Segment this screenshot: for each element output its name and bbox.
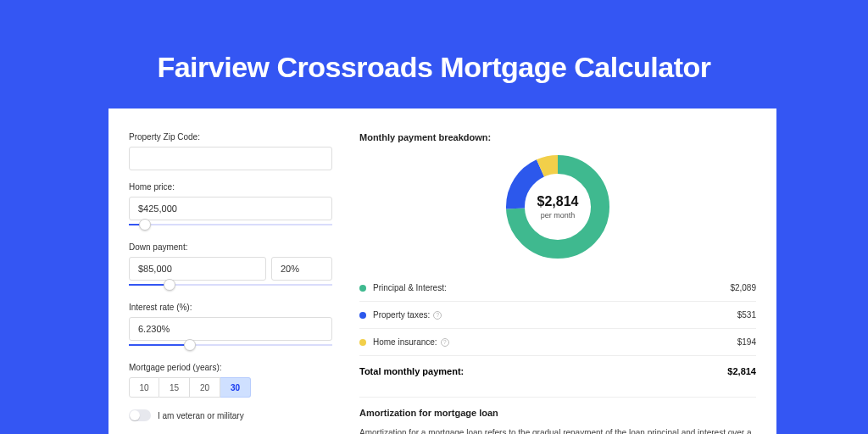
page-title: Fairview Crossroads Mortgage Calculator: [0, 0, 868, 84]
home-price-label: Home price:: [129, 182, 332, 192]
interest-label: Interest rate (%):: [129, 303, 332, 312]
slider-thumb[interactable]: [139, 219, 151, 231]
legend-value: $194: [737, 337, 756, 347]
amortization-title: Amortization for mortgage loan: [359, 408, 756, 418]
amortization-text: Amortization for a mortgage loan refers …: [359, 426, 756, 434]
veteran-row: I am veteran or military: [129, 409, 332, 421]
home-price-slider[interactable]: [129, 219, 332, 231]
legend-label: Home insurance:?: [373, 337, 737, 347]
period-option-20[interactable]: 20: [190, 377, 220, 398]
donut-sub: per month: [541, 211, 576, 220]
veteran-toggle[interactable]: [129, 409, 151, 421]
period-label: Mortgage period (years):: [129, 363, 332, 372]
legend-row: Home insurance:?$194: [359, 328, 756, 355]
down-payment-pct-input[interactable]: [271, 257, 332, 281]
down-payment-field: Down payment:: [129, 242, 332, 291]
veteran-label: I am veteran or military: [158, 411, 244, 420]
interest-input[interactable]: [129, 317, 332, 341]
breakdown-title: Monthly payment breakdown:: [359, 132, 756, 142]
home-price-field: Home price:: [129, 182, 332, 231]
home-price-input[interactable]: [129, 197, 332, 220]
legend-value: $531: [737, 310, 756, 320]
legend-dot: [359, 312, 366, 319]
legend-dot: [359, 285, 366, 292]
zip-label: Property Zip Code:: [129, 132, 332, 142]
slider-thumb[interactable]: [184, 339, 196, 351]
slider-thumb[interactable]: [164, 279, 175, 291]
legend-row: Property taxes:?$531: [359, 301, 756, 328]
legend-label: Principal & Interest:: [373, 283, 730, 292]
down-payment-input[interactable]: [129, 257, 266, 281]
breakdown-column: Monthly payment breakdown: $2,814 per mo…: [353, 132, 756, 434]
legend-row: Principal & Interest:$2,089: [359, 275, 756, 301]
period-segmented: 10152030: [129, 377, 332, 398]
interest-slider[interactable]: [129, 339, 332, 351]
zip-input[interactable]: [129, 147, 332, 170]
period-option-30[interactable]: 30: [220, 377, 251, 398]
info-icon[interactable]: ?: [433, 311, 442, 320]
legend-dot: [359, 339, 366, 346]
period-option-10[interactable]: 10: [129, 377, 159, 398]
donut-amount: $2,814: [537, 194, 579, 209]
legend: Principal & Interest:$2,089Property taxe…: [359, 275, 756, 355]
legend-label: Property taxes:?: [373, 310, 737, 320]
period-field: Mortgage period (years): 10152030: [129, 363, 332, 398]
down-payment-label: Down payment:: [129, 242, 332, 252]
total-label: Total monthly payment:: [359, 366, 464, 376]
down-payment-slider[interactable]: [129, 279, 332, 291]
calculator-panel: Property Zip Code: Home price: Down paym…: [108, 108, 776, 434]
legend-total-row: Total monthly payment: $2,814: [359, 355, 756, 387]
info-icon[interactable]: ?: [441, 338, 449, 347]
zip-field: Property Zip Code:: [129, 132, 332, 170]
period-option-15[interactable]: 15: [159, 377, 190, 398]
interest-field: Interest rate (%):: [129, 303, 332, 351]
inputs-column: Property Zip Code: Home price: Down paym…: [129, 132, 332, 434]
donut-chart: $2,814 per month: [502, 151, 614, 263]
total-value: $2,814: [727, 366, 756, 376]
legend-value: $2,089: [730, 283, 756, 292]
